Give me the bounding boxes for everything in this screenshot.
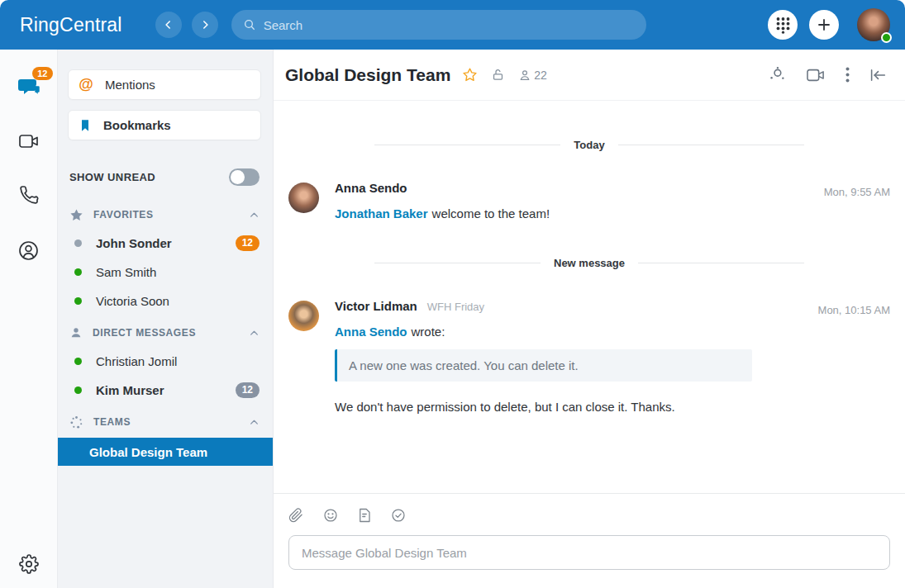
app-logo: RingCentral — [20, 14, 122, 36]
conversation-item-sam-smith[interactable]: Sam Smith — [58, 258, 273, 287]
chevron-up-icon — [249, 210, 260, 220]
divider-label: New message — [541, 257, 638, 269]
rail-item-settings[interactable] — [17, 552, 41, 576]
quoted-message: A new one was created. You can delete it… — [335, 349, 752, 382]
add-members-button[interactable] — [768, 66, 786, 84]
divider-line — [374, 145, 560, 145]
presence-online-icon — [74, 358, 82, 365]
search-input[interactable] — [264, 18, 635, 32]
gear-icon — [19, 554, 39, 574]
chevron-up-icon — [249, 417, 260, 428]
nav-forward-button[interactable] — [192, 12, 218, 38]
mention-link[interactable]: Anna Sendo — [335, 325, 407, 339]
member-icon — [518, 69, 531, 82]
unread-badge: 12 — [236, 382, 260, 397]
collapse-panel-button[interactable] — [869, 68, 887, 83]
favorite-star-button[interactable] — [462, 67, 478, 83]
divider-label: Today — [560, 139, 617, 151]
show-unread-label: SHOW UNREAD — [69, 171, 155, 183]
message-stream[interactable]: Today Anna Sendo Jonathan Bakerwelcome t… — [274, 101, 905, 493]
new-actions-button[interactable] — [809, 10, 839, 40]
task-button[interactable] — [391, 508, 406, 523]
member-count-button[interactable]: 22 — [518, 69, 547, 82]
rail-item-messages[interactable]: 12 — [17, 74, 41, 99]
top-bar: RingCentral — [0, 0, 905, 50]
ringcentral-app: RingCentral — [0, 0, 905, 588]
mentions-at-icon: @ — [79, 76, 93, 93]
rail-item-contacts[interactable] — [17, 238, 41, 263]
person-icon — [69, 326, 83, 339]
mention-link[interactable]: Jonathan Baker — [335, 206, 428, 220]
message-author[interactable]: Victor Lidman — [335, 299, 417, 313]
conversation-item-christian-jomil[interactable]: Christian Jomil — [58, 347, 273, 376]
star-outline-icon — [462, 67, 478, 83]
divider-line — [618, 145, 804, 145]
lock-icon — [491, 67, 505, 83]
conversation-name: Victoria Soon — [96, 294, 260, 308]
conversation-name: Sam Smith — [96, 265, 260, 279]
dialpad-icon — [775, 17, 791, 34]
search-icon — [243, 18, 256, 31]
phone-icon — [19, 186, 39, 206]
section-teams[interactable]: TEAMS — [58, 408, 273, 436]
nav-back-button[interactable] — [155, 12, 182, 38]
conversation-panel: Global Design Team 22 — [273, 50, 905, 588]
rail-item-video[interactable] — [17, 129, 41, 154]
contact-icon — [18, 240, 39, 261]
new-message-divider: New message — [374, 257, 804, 269]
messages-unread-badge: 12 — [32, 67, 52, 80]
sidebar-item-bookmarks[interactable]: Bookmarks — [68, 110, 261, 140]
direct-messages-label: DIRECT MESSAGES — [93, 327, 249, 339]
message-anna-sendo: Anna Sendo Jonathan Bakerwelcome to the … — [274, 181, 905, 222]
teams-icon — [69, 415, 83, 429]
presence-online-icon — [74, 297, 82, 305]
note-button[interactable] — [358, 508, 371, 523]
mentions-label: Mentions — [105, 78, 155, 92]
check-circle-icon — [391, 508, 406, 523]
conversation-item-john-sonder[interactable]: John Sonder 12 — [58, 229, 273, 258]
more-options-button[interactable] — [845, 67, 850, 83]
chevron-left-icon — [163, 19, 174, 31]
conversation-item-global-design-team[interactable]: Global Design Team — [58, 438, 273, 466]
conversation-title: Global Design Team — [285, 65, 450, 85]
quote-intro: Anna Sendowrote: — [335, 324, 890, 340]
kebab-menu-icon — [845, 67, 850, 83]
emoji-button[interactable] — [323, 508, 338, 523]
message-timestamp: Mon, 9:55 AM — [824, 186, 890, 198]
show-unread-row: SHOW UNREAD — [69, 168, 260, 186]
toggle-knob — [231, 170, 245, 184]
teams-label: TEAMS — [93, 416, 249, 428]
conversation-header: Global Design Team 22 — [274, 50, 905, 101]
author-status: WFH Friday — [427, 301, 484, 313]
user-avatar[interactable] — [857, 8, 890, 41]
chevron-right-icon — [199, 19, 211, 31]
section-favorites[interactable]: FAVORITES — [58, 201, 273, 229]
avatar[interactable] — [288, 183, 319, 213]
collapse-left-icon — [869, 68, 887, 83]
rail-item-phone[interactable] — [17, 183, 41, 208]
conversation-item-kim-murser[interactable]: Kim Murser 12 — [58, 376, 273, 405]
date-divider-today: Today — [374, 139, 804, 151]
start-video-button[interactable] — [806, 67, 826, 83]
attach-file-button[interactable] — [288, 508, 303, 523]
conversation-name: John Sonder — [96, 236, 236, 250]
divider-line — [374, 263, 541, 263]
sidebar-item-mentions[interactable]: @ Mentions — [68, 69, 261, 100]
dialpad-button[interactable] — [768, 10, 798, 40]
bookmark-icon — [79, 118, 92, 133]
search-bar[interactable] — [231, 10, 646, 40]
section-direct-messages[interactable]: DIRECT MESSAGES — [58, 319, 273, 347]
presence-online-icon — [74, 386, 82, 394]
conversation-item-victoria-soon[interactable]: Victoria Soon — [58, 287, 273, 315]
show-unread-toggle[interactable] — [229, 168, 260, 186]
message-author[interactable]: Anna Sendo — [335, 181, 407, 195]
paperclip-icon — [288, 508, 303, 523]
member-count: 22 — [534, 69, 547, 82]
avatar[interactable] — [288, 301, 319, 331]
conversations-sidebar: @ Mentions Bookmarks SHOW UNREAD FAVORIT… — [58, 50, 273, 588]
message-input[interactable] — [288, 535, 890, 570]
favorites-label: FAVORITES — [93, 209, 249, 220]
divider-line — [638, 263, 804, 263]
message-text: Jonathan Bakerwelcome to the team! — [335, 206, 890, 222]
star-icon — [69, 208, 83, 222]
